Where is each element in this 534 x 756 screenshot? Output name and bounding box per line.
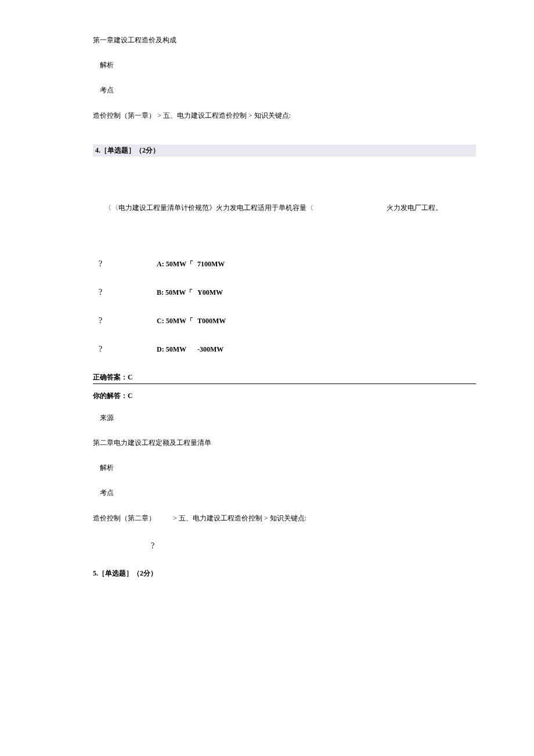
stem-suffix: 火力发电厂工程。 <box>387 204 442 212</box>
option-marker: ? <box>93 345 157 354</box>
your-answer: 你的解答：C <box>93 391 476 401</box>
point-path-a: 造价控制（第二章） <box>93 514 156 522</box>
option-b-row[interactable]: ? B: 50MW「 Y00MW <box>93 288 476 298</box>
option-b-value: Y00MW <box>197 288 223 297</box>
source-label: 来源 <box>93 413 476 424</box>
option-c-value: T000MW <box>197 317 226 325</box>
option-marker: ? <box>93 259 157 269</box>
note-mark: ? <box>151 541 476 551</box>
option-d-value: -300MW <box>197 345 223 354</box>
stem-prefix: 〈〈电力建设工程量清单计价规范》火力发电工程适用于单机容量〈 <box>104 204 313 212</box>
option-marker: ? <box>93 288 157 297</box>
point-path: 造价控制（第二章） > 五、电力建设工程造价控制 > 知识关键点: <box>93 513 476 524</box>
question-4-options: ? A: 50MW「 7100MW ? B: 50MW「 Y00MW ? C: … <box>93 259 476 354</box>
option-c-label: C: 50MW「 <box>157 316 197 326</box>
analysis-label: 解析 <box>93 60 476 71</box>
option-a-row[interactable]: ? A: 50MW「 7100MW <box>93 259 476 269</box>
option-d-row[interactable]: ? D: 50MW -300MW <box>93 345 476 354</box>
point-label: 考点 <box>93 85 476 96</box>
option-a-value: 7100MW <box>197 260 225 269</box>
prev-point-path: 造价控制（第一章） > 五、电力建设工程造价控制 > 知识关键点: <box>93 110 476 121</box>
question-5-header: 5.［单选题］（2分） <box>93 568 476 579</box>
option-d-label: D: 50MW <box>157 345 197 354</box>
point-path-b: > 五、电力建设工程造价控制 > 知识关键点: <box>173 514 306 522</box>
option-a-label: A: 50MW「 <box>157 259 197 269</box>
source-chapter: 第二章电力建设工程定额及工程量清单 <box>93 437 476 448</box>
point-label: 考点 <box>93 487 476 498</box>
analysis-label: 解析 <box>93 462 476 473</box>
option-c-row[interactable]: ? C: 50MW「 T000MW <box>93 316 476 326</box>
question-4-stem: 〈〈电力建设工程量清单计价规范》火力发电工程适用于单机容量〈 火力发电厂工程。 <box>104 203 476 213</box>
correct-answer: 正确答案：C <box>93 372 476 384</box>
question-4-header: 4.［单选题］（2分） <box>93 144 476 157</box>
option-marker: ? <box>93 316 157 325</box>
option-b-label: B: 50MW「 <box>157 288 197 298</box>
prev-source-chapter: 第一章建设工程造价及构成 <box>93 35 476 46</box>
